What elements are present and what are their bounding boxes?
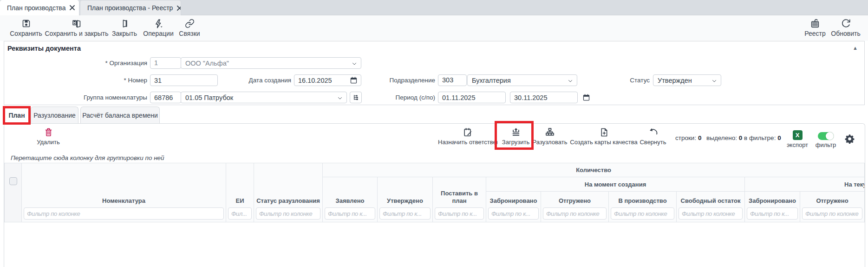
close-icon[interactable] <box>177 6 181 11</box>
links-label: Связки <box>179 30 200 37</box>
window-tab-label: План производства - Реестр <box>87 4 173 12</box>
refresh-icon <box>841 19 851 28</box>
doc-tab-balance[interactable]: Расчёт баланса времени <box>80 107 160 124</box>
excel-icon: X <box>793 130 803 140</box>
period-from-field[interactable] <box>438 92 506 103</box>
column-otgruzheno-current: Отгружено <box>800 192 865 222</box>
in-filter-count-value: 0 <box>777 134 781 141</box>
close-document-button[interactable]: Закрыть <box>111 19 137 37</box>
department-label: Подразделение <box>342 74 435 86</box>
rows-counter-label: строки: <box>675 134 696 141</box>
column-header-label: Поставить в план <box>433 190 486 205</box>
close-icon[interactable] <box>70 5 75 10</box>
filter-input-zabronirovano-2[interactable] <box>747 207 798 220</box>
department-value: Бухгалтерия <box>472 77 511 84</box>
collapse-rows-label: Свернуть <box>640 139 666 146</box>
column-header-label: Утверждено <box>378 197 432 205</box>
organization-code-field[interactable]: 1 <box>150 57 181 69</box>
filter-toggle-button[interactable]: фильтр <box>815 130 836 148</box>
chevron-down-icon <box>711 78 717 84</box>
operations-button[interactable]: Операции <box>144 19 173 37</box>
period-to-field[interactable] <box>510 92 578 103</box>
column-nomenclature: Номенклатура <box>22 163 226 222</box>
filter-input-zabronirovano-1[interactable] <box>488 207 539 220</box>
registry-label: Реестр <box>804 30 826 37</box>
doc-plus-icon <box>599 127 609 138</box>
filter-input-zayavleno[interactable] <box>325 207 375 220</box>
column-v-proizvodstvo: В производство <box>609 192 677 222</box>
requisites-title: Реквизиты документа <box>7 45 81 52</box>
floppy-icon <box>21 19 31 28</box>
filter-input-otgruzheno-1[interactable] <box>543 207 607 220</box>
hierarchy-icon <box>545 127 555 138</box>
nomenclature-group-select[interactable]: 01.05 Патрубок <box>181 92 347 103</box>
filter-input-postavit[interactable] <box>435 207 484 220</box>
selected-count-value: 0 <box>739 134 743 141</box>
filter-input-status[interactable] <box>256 207 320 220</box>
selected-counter-label: выделено: <box>706 134 737 141</box>
column-zayavleno: Заявлено <box>323 177 378 222</box>
close-document-label: Закрыть <box>112 30 137 37</box>
column-header-label: Отгружено <box>800 197 864 205</box>
window-tab-label: План производства <box>7 4 65 12</box>
select-all-cell <box>5 163 22 222</box>
assign-responsible-label: Назначить ответственных <box>438 139 497 146</box>
filter-input-utverzhdeno[interactable] <box>379 207 431 220</box>
door-icon <box>120 19 130 28</box>
column-header-label: Свободный остаток <box>677 197 744 205</box>
column-header-label: Отгружено <box>541 197 608 205</box>
registry-button[interactable]: Реестр <box>806 19 824 37</box>
collapse-rows-button[interactable]: Свернуть <box>637 127 669 146</box>
nomenclature-group-code-field[interactable] <box>150 92 181 103</box>
save-label: Сохранить <box>10 30 42 37</box>
column-header-label: Заявлено <box>323 197 377 205</box>
filter-label: фильтр <box>816 141 836 148</box>
create-quality-cards-button[interactable]: Создать карты качества <box>570 127 638 146</box>
column-svobodny-ostatok: Свободный остаток <box>677 192 745 222</box>
column-header-label: Номенклатура <box>22 197 226 205</box>
annotation-rect-plan-tab <box>3 106 31 125</box>
calendar-icon[interactable] <box>582 93 590 101</box>
rows-counter: строки: 0 <box>675 134 701 141</box>
selected-counter: выделено: 0 <box>706 134 742 141</box>
chevron-down-icon <box>352 61 357 67</box>
filter-input-ostatok[interactable] <box>679 207 743 220</box>
group-at-creation: На момент создания <box>486 177 745 192</box>
assign-responsible-button[interactable]: Назначить ответственных <box>438 127 497 146</box>
filter-input-nomenclature[interactable] <box>24 207 224 220</box>
plan-table-header: Номенклатура ЕИ Статус разузлования Коли… <box>4 163 865 222</box>
status-select[interactable]: Утвержден <box>653 74 721 86</box>
column-header-label: Статус разузлования <box>254 197 322 205</box>
export-excel-button[interactable]: X экспорт <box>786 130 809 148</box>
group-at-current-label: На текущий момент <box>745 181 864 188</box>
window-tab-plan-reestr[interactable]: План производства - Реестр <box>80 0 181 15</box>
organization-value: ООО "Альфа" <box>185 60 229 67</box>
filter-input-otgruzheno-2[interactable] <box>802 207 862 220</box>
organization-select[interactable]: ООО "Альфа" <box>181 57 361 69</box>
group-at-current: На текущий момент <box>745 177 865 192</box>
department-code-field[interactable]: 303 <box>438 74 467 86</box>
window-tab-plan-proizvodstva[interactable]: План производства <box>0 0 79 15</box>
column-header-label: Забронировано <box>486 197 541 205</box>
in-filter-counter: в фильтре: 0 <box>744 134 781 141</box>
save-and-close-button[interactable]: Сохранить и закрыть <box>49 19 104 37</box>
main-toolbar: Сохранить Сохранить и закрыть Закрыть Оп… <box>0 15 868 41</box>
in-filter-counter-label: в фильтре: <box>744 134 776 141</box>
column-otgruzheno-creation: Отгружено <box>541 192 609 222</box>
filter-input-proizvodstvo[interactable] <box>611 207 674 220</box>
select-all-checkbox[interactable] <box>9 177 17 185</box>
filter-toggle-icon[interactable] <box>818 132 834 140</box>
export-label: экспорт <box>787 141 808 148</box>
floppy-door-icon <box>72 19 82 28</box>
explode-button[interactable]: Разузловать <box>533 127 567 146</box>
plan-grid-panel: Удалить Назначить ответственных Загрузит… <box>4 123 865 267</box>
column-header-label: В производство <box>609 197 676 205</box>
column-razuzlovanie-status: Статус разузлования <box>254 163 323 222</box>
refresh-button[interactable]: Обновить <box>832 19 860 37</box>
links-button[interactable]: Связки <box>179 19 200 37</box>
doc-tab-razuzlovanie[interactable]: Разузлование <box>31 107 78 124</box>
filter-input-ei[interactable] <box>228 207 252 220</box>
grid-settings-button[interactable] <box>845 134 855 144</box>
save-button[interactable]: Сохранить <box>11 19 41 37</box>
collapse-panel-icon[interactable]: ▲ <box>853 45 858 51</box>
